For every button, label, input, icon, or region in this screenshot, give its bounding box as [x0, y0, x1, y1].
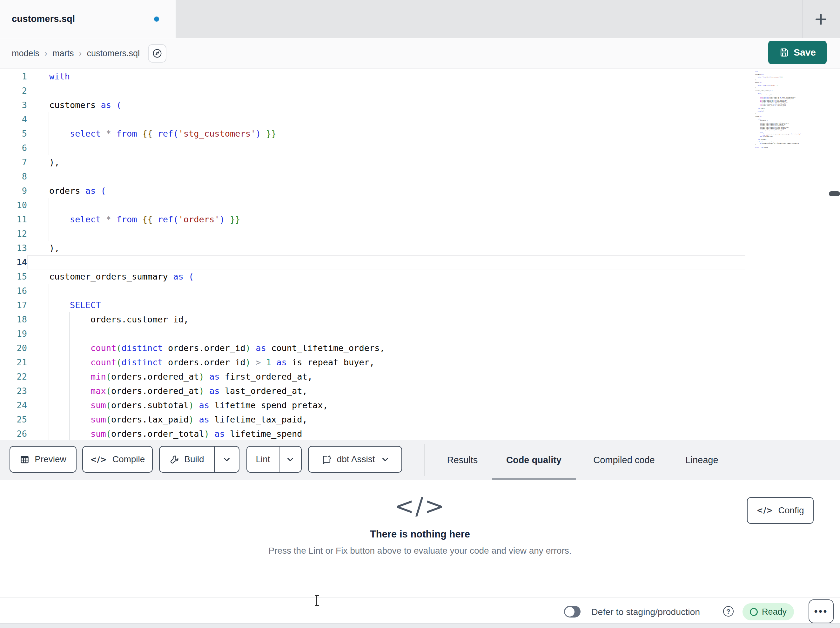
line-number: 23 [0, 384, 27, 398]
indent-guide [49, 298, 49, 312]
code-line[interactable]: 4 [0, 112, 840, 127]
code-line[interactable]: 18 orders.customer_id, [0, 312, 840, 327]
code-line[interactable]: 8 [0, 169, 840, 183]
indent-guide [49, 141, 49, 155]
breadcrumb-marts[interactable]: marts [52, 49, 74, 59]
line-number: 17 [0, 298, 27, 312]
line-number: 20 [0, 341, 27, 355]
line-number: 19 [0, 327, 27, 341]
line-number: 11 [0, 212, 27, 226]
code-line[interactable]: 15customer_orders_summary as ( [0, 269, 840, 284]
indent-guide [49, 355, 49, 369]
code-line[interactable]: 20 count(distinct orders.order_id) as co… [0, 341, 840, 355]
new-tab-button[interactable] [810, 9, 831, 30]
breadcrumb-file[interactable]: customers.sql [87, 49, 140, 59]
status-circle-icon [750, 608, 758, 616]
lint-split-button: Lint [246, 446, 302, 473]
indent-guide [49, 312, 49, 327]
code-line[interactable]: 6 [0, 141, 840, 155]
code-line[interactable]: 23 max(orders.ordered_at) as last_ordere… [0, 384, 840, 398]
line-number: 3 [0, 98, 27, 112]
indent-guide [69, 341, 70, 355]
code-line[interactable]: 14 [0, 255, 840, 269]
preview-button[interactable]: Preview [9, 446, 77, 473]
minimap[interactable]: with customers as ( select * from {{ ref… [755, 71, 829, 166]
unsaved-changes-dot-icon [154, 16, 159, 22]
explore-lineage-button[interactable] [148, 44, 166, 63]
build-label: Build [184, 454, 204, 464]
indent-guide [49, 226, 49, 241]
tab-compiled-code[interactable]: Compiled code [584, 440, 664, 480]
toggle-knob [565, 607, 575, 617]
lint-dropdown-button[interactable] [279, 447, 301, 472]
line-number: 25 [0, 412, 27, 427]
lint-button[interactable]: Lint [247, 454, 279, 464]
code-brackets-icon: </> [0, 492, 840, 520]
bottom-scrollbar-track[interactable] [0, 623, 840, 628]
code-line[interactable]: 21 count(distinct orders.order_id) > 1 a… [0, 355, 840, 369]
dbt-assist-button[interactable]: dbt Assist [308, 446, 402, 473]
line-number: 24 [0, 398, 27, 412]
indent-guide [69, 369, 70, 384]
line-number: 4 [0, 112, 27, 127]
indent-guide [49, 112, 49, 127]
indent-guide [49, 427, 49, 440]
code-line[interactable]: 12 [0, 226, 840, 241]
indent-guide [49, 212, 49, 226]
indent-guide [49, 198, 49, 212]
code-lines[interactable]: 1with23customers as (45 select * from {{… [0, 69, 840, 440]
defer-toggle[interactable] [564, 606, 581, 617]
save-button-label: Save [794, 47, 816, 58]
code-editor[interactable]: 1with23customers as (45 select * from {{… [0, 69, 840, 440]
build-dropdown-button[interactable] [215, 447, 239, 472]
scrollbar-thumb[interactable] [829, 191, 840, 196]
line-number: 12 [0, 226, 27, 241]
compile-label: Compile [112, 454, 145, 464]
tabbar-divider [802, 0, 802, 38]
more-options-button[interactable]: ••• [808, 600, 834, 623]
plus-icon [814, 13, 828, 26]
empty-state: </> There is nothing here Press the Lint… [0, 492, 840, 556]
empty-state-title: There is nothing here [0, 528, 840, 540]
code-line[interactable]: 13), [0, 241, 840, 255]
code-line[interactable]: 26 sum(orders.order_total) as lifetime_s… [0, 427, 840, 440]
code-line[interactable]: 19 [0, 327, 840, 341]
code-line[interactable]: 5 select * from {{ ref('stg_customers') … [0, 127, 840, 141]
help-icon[interactable]: ? [723, 606, 734, 617]
code-line[interactable]: 24 sum(orders.subtotal) as lifetime_spen… [0, 398, 840, 412]
code-line[interactable]: 1with [0, 69, 840, 84]
code-line[interactable]: 7), [0, 155, 840, 169]
code-line[interactable]: 3customers as ( [0, 98, 840, 112]
compass-icon [152, 48, 162, 59]
code-line[interactable]: 22 min(orders.ordered_at) as first_order… [0, 369, 840, 384]
lint-label: Lint [256, 454, 270, 464]
tab-customers-sql[interactable]: customers.sql [0, 0, 175, 38]
text-cursor [316, 596, 317, 606]
code-line[interactable]: 17 SELECT [0, 298, 840, 312]
editor-tab-bar: customers.sql [0, 0, 840, 38]
save-floppy-icon [779, 47, 789, 57]
indent-guide [69, 412, 70, 427]
tab-results[interactable]: Results [438, 440, 486, 480]
config-button[interactable]: </> Config [747, 497, 814, 524]
status-badge[interactable]: Ready [742, 603, 794, 620]
line-number: 2 [0, 84, 27, 98]
code-line[interactable]: 2 [0, 84, 840, 98]
tab-code-quality[interactable]: Code quality [497, 440, 571, 480]
compile-button[interactable]: </> Compile [82, 446, 153, 473]
indent-guide [69, 312, 70, 327]
line-number: 13 [0, 241, 27, 255]
toolbar-divider [424, 444, 425, 476]
save-button[interactable]: Save [768, 41, 827, 64]
code-line[interactable]: 25 sum(orders.tax_paid) as lifetime_tax_… [0, 412, 840, 427]
tab-code-quality-label: Code quality [506, 455, 562, 465]
code-line[interactable]: 11 select * from {{ ref('orders') }} [0, 212, 840, 226]
build-button[interactable]: Build [160, 454, 214, 464]
line-number: 14 [0, 255, 27, 269]
code-line[interactable]: 16 [0, 284, 840, 298]
code-line[interactable]: 9orders as ( [0, 183, 840, 198]
breadcrumb-models[interactable]: models [12, 49, 39, 59]
code-line[interactable]: 10 [0, 198, 840, 212]
tab-lineage[interactable]: Lineage [678, 440, 726, 480]
code-icon: </> [757, 506, 773, 515]
